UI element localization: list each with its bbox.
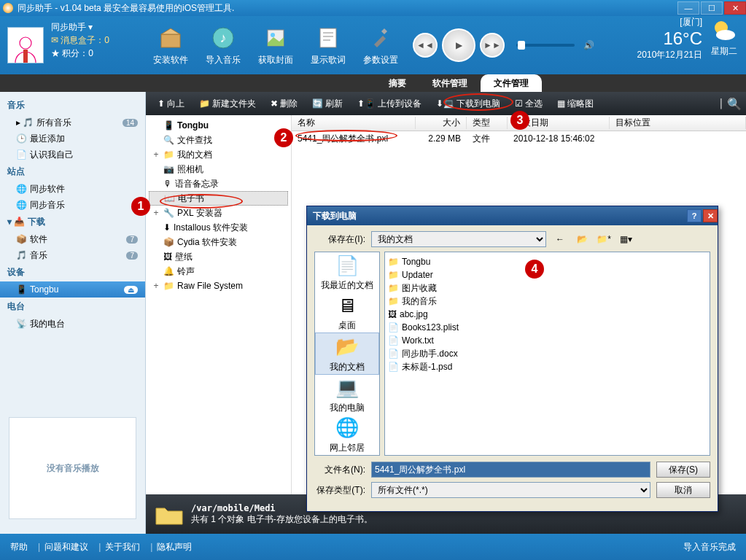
tree-item[interactable]: 📷 照相机 <box>149 162 288 176</box>
list-item[interactable]: 📁 Updater <box>388 268 707 281</box>
place-mycomputer[interactable]: 💻我的电脑 <box>315 375 379 415</box>
filename-input[interactable] <box>371 462 650 478</box>
annotation-3: 3 <box>510 111 529 130</box>
search-icon[interactable]: 🔍 <box>727 97 742 111</box>
tree-item[interactable]: +📁 Raw File System <box>149 279 288 293</box>
settings-button[interactable]: 参数设置 <box>363 24 398 66</box>
install-software-button[interactable]: 安装软件 <box>153 24 188 66</box>
footer-feedback[interactable]: 问题和建议 <box>44 541 88 553</box>
app-logo-icon <box>3 3 13 13</box>
dialog-title: 下载到电脑 <box>313 210 357 222</box>
thumbnail-button[interactable]: ▦ 缩略图 <box>550 92 601 115</box>
sidebar-header-download: ▾ 📥 下载 <box>0 213 145 231</box>
msgbox-text: 消息盒子：0 <box>61 35 109 45</box>
upload-button[interactable]: ⬆📱 上传到设备 <box>350 92 429 115</box>
mydocs-icon: 📂 <box>335 335 360 359</box>
maximize-button[interactable]: ☐ <box>701 1 723 15</box>
tree-item[interactable]: 📦 Cydia 软件安装 <box>149 235 288 249</box>
refresh-button[interactable]: 🔄 刷新 <box>305 92 350 115</box>
place-mydocs[interactable]: 📂我的文档 <box>315 332 379 374</box>
place-recent[interactable]: 📄我最近的文档 <box>315 252 379 292</box>
footer-privacy[interactable]: 隐私声明 <box>157 541 192 553</box>
file-listing[interactable]: 📁 Tongbu 📁 Updater 📁 图片收藏 📁 我的音乐 🖼 abc.j… <box>384 252 710 456</box>
volume-slider[interactable] <box>516 44 575 47</box>
tree-item[interactable]: +🔧 PXL 安装器 <box>149 206 288 220</box>
svg-text:♪: ♪ <box>220 31 227 45</box>
close-button[interactable]: ✕ <box>724 1 746 15</box>
list-item[interactable]: 📄 同步助手.docx <box>388 347 707 360</box>
sidebar-item-dl-software[interactable]: 📦 软件7 <box>0 231 145 247</box>
sidebar-item-recent[interactable]: 🕒 最近添加 <box>0 131 145 147</box>
sidebar-item-site-music[interactable]: 🌐 同步音乐 <box>0 197 145 213</box>
place-desktop[interactable]: 🖥桌面 <box>315 292 379 332</box>
tree-item[interactable]: 🖼 壁纸 <box>149 249 288 264</box>
points-text: 积分：0 <box>62 48 93 58</box>
header: 同步助手 ▾ ✉ 消息盒子：0 ★ 积分：0 安装软件 ♪导入音乐 获取封面 显… <box>0 16 746 74</box>
play-button[interactable]: ▶ <box>442 28 475 62</box>
save-button[interactable]: 保存(S) <box>656 462 710 478</box>
recent-icon: 📄 <box>335 253 360 278</box>
search-area: │🔍 <box>719 97 742 111</box>
tab-software[interactable]: 软件管理 <box>419 74 481 92</box>
sidebar-item-device[interactable]: 📱 Tongbu⏏ <box>0 281 145 298</box>
download-button[interactable]: ⬇💻 下载到电脑 <box>429 92 508 115</box>
tree-item[interactable]: 🔍 文件查找 <box>149 133 288 147</box>
delete-button[interactable]: ✖ 删除 <box>263 92 305 115</box>
back-icon[interactable]: ← <box>552 231 568 247</box>
newfolder-icon[interactable]: 📁* <box>596 231 612 247</box>
sidebar-item-site-software[interactable]: 🌐 同步软件 <box>0 181 145 197</box>
filetype-select[interactable]: 所有文件(*.*) <box>371 482 650 498</box>
tree-item-ebook[interactable]: 📖 电子书 <box>149 191 288 206</box>
tree-item[interactable]: 🔔 铃声 <box>149 264 288 279</box>
tree-item[interactable]: +📁 我的文档 <box>149 147 288 162</box>
sidebar-item-knowme[interactable]: 📄 认识我自己 <box>0 147 145 163</box>
list-item[interactable]: 📁 我的音乐 <box>388 295 707 308</box>
sidebar-item-dl-music[interactable]: 🎵 音乐7 <box>0 247 145 263</box>
avatar[interactable] <box>7 27 44 63</box>
minimize-button[interactable]: — <box>677 1 699 15</box>
show-lyrics-button[interactable]: 显示歌词 <box>311 24 346 66</box>
list-item[interactable]: 📄 Books123.plist <box>388 321 707 334</box>
footer-help[interactable]: 帮助 <box>10 541 28 553</box>
viewmode-icon[interactable]: ▦▾ <box>618 231 634 247</box>
tab-summary[interactable]: 摘要 <box>376 74 419 92</box>
separator-icon: │ <box>719 98 725 109</box>
user-name-link[interactable]: 同步助手 <box>51 22 86 32</box>
svg-rect-2 <box>161 34 180 47</box>
tree-item[interactable]: ⬇ Installous 软件安装 <box>149 220 288 235</box>
tree-item[interactable]: 🎙 语音备忘录 <box>149 176 288 191</box>
sidebar-item-allmusic[interactable]: ▸ 🎵 所有音乐14 <box>0 114 145 131</box>
list-item[interactable]: 📁 图片收藏 <box>388 281 707 295</box>
savein-select[interactable]: 我的文档 <box>371 231 546 247</box>
prev-track-button[interactable]: ◄◄ <box>413 33 438 58</box>
savein-label: 保存在(I): <box>314 233 365 246</box>
dialog-help-button[interactable]: ? <box>687 209 702 222</box>
file-row[interactable]: 5441_周公解梦全书.pxl 2.29 MB 文件 2010-12-18 15… <box>292 131 746 146</box>
import-music-button[interactable]: ♪导入音乐 <box>206 24 241 66</box>
filetype-label: 保存类型(T): <box>314 484 365 497</box>
sidebar-item-radio[interactable]: 📡 我的电台 <box>0 316 145 332</box>
list-item[interactable]: 🖼 abc.jpg <box>388 308 707 321</box>
titlebar: 同步助手 - v1.04 beta 最安全最容易使用的iOS管理工具. — ☐ … <box>0 0 746 16</box>
place-network[interactable]: 🌐网上邻居 <box>315 415 379 455</box>
cancel-button[interactable]: 取消 <box>656 482 710 498</box>
get-cover-button[interactable]: 获取封面 <box>258 24 293 66</box>
svg-point-0 <box>20 37 31 49</box>
eject-icon[interactable]: ⏏ <box>124 286 138 294</box>
tree-root[interactable]: 📱 Tongbu <box>149 118 288 133</box>
list-item[interactable]: 📁 Tongbu <box>388 255 707 268</box>
desktop-icon: 🖥 <box>335 293 360 318</box>
selectall-button[interactable]: ☑ 全选 <box>508 92 550 115</box>
newfolder-button[interactable]: 📁 新建文件夹 <box>192 92 263 115</box>
dialog-close-button[interactable]: ✕ <box>703 209 718 222</box>
footer-about[interactable]: 关于我们 <box>105 541 140 553</box>
list-item[interactable]: 📄 未标题-1.psd <box>388 360 707 373</box>
up-icon[interactable]: 📂 <box>574 231 590 247</box>
next-track-button[interactable]: ►► <box>480 33 505 58</box>
weather-city[interactable]: [厦门] <box>680 17 702 27</box>
list-item[interactable]: 📄 Work.txt <box>388 334 707 347</box>
no-music-panel: 没有音乐播放 <box>9 417 136 519</box>
tab-files[interactable]: 文件管理 <box>481 74 542 92</box>
up-button[interactable]: ⬆ 向上 <box>150 92 192 115</box>
cover-icon <box>262 24 290 52</box>
